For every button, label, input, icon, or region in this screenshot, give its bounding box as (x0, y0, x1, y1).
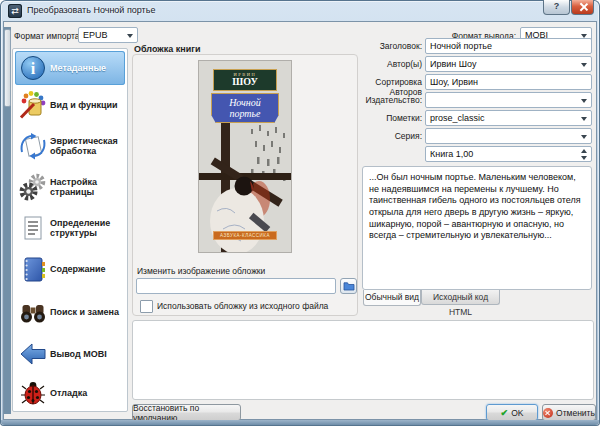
sidebar-item-label: Определение структуры (50, 218, 124, 239)
tab-normal-view[interactable]: Обычный вид (363, 290, 421, 306)
cancel-button[interactable]: Отменить (542, 404, 596, 421)
authors-label: Автор(ы) (350, 59, 422, 69)
sidebar-item-heuristics[interactable]: Эвристическая обработка (15, 125, 125, 167)
author-sort-input[interactable]: Шоу, Ирвин (425, 74, 592, 90)
convert-icon: ⇄ (8, 4, 22, 18)
sidebar-item-label: Отладка (50, 388, 87, 398)
sidebar-item-metadata[interactable]: i Метаданные (15, 51, 125, 85)
use-source-cover-checkbox[interactable] (140, 300, 153, 313)
binoculars-icon (16, 298, 50, 326)
sidebar-item-look-and-feel[interactable]: Вид и функции (15, 85, 125, 125)
series-index-value: Книга 1,00 (430, 149, 473, 159)
title-label: Заголовок: (350, 41, 422, 51)
tags-value: prose_classic (430, 113, 485, 123)
chevron-down-icon (581, 99, 587, 103)
author-sort-value: Шоу, Ирвин (430, 77, 478, 87)
cover-author-plate: ИРВИН ШОУ (213, 69, 277, 91)
notebook-icon (16, 254, 50, 284)
cancel-label: Отменить (556, 408, 595, 418)
close-button[interactable] (571, 0, 594, 15)
chevron-down-icon (127, 34, 133, 38)
gears-icon (16, 173, 50, 201)
svg-text:i: i (31, 60, 36, 77)
title-value: Ночной портье (430, 41, 492, 51)
info-icon: i (16, 55, 50, 81)
category-list: i Метаданные Вид и функции (12, 48, 128, 412)
cover-series-band: АЗБУКА-КЛАССИКА (213, 231, 277, 240)
browse-cover-button[interactable] (340, 278, 357, 294)
window-frame-bottom (1, 420, 599, 425)
ok-button[interactable]: ✔ OK (486, 404, 538, 421)
chevron-down-icon (581, 117, 587, 121)
titlebar[interactable]: ⇄ Преобразовать Ночной портье ? (0, 0, 600, 22)
change-cover-label: Изменить изображение обложки (137, 266, 265, 276)
input-format-value: EPUB (83, 30, 108, 40)
sidebar-item-label: Содержание (50, 264, 105, 274)
series-label: Серия: (350, 131, 422, 141)
left-arrow-icon (16, 339, 50, 369)
window-title: Преобразовать Ночной портье (27, 5, 155, 15)
sidebar-item-mobi-output[interactable]: Вывод MOBI (15, 335, 125, 373)
ok-label: OK (511, 408, 523, 418)
tags-label: Пометки: (350, 113, 422, 123)
sidebar-item-toc[interactable]: Содержание (15, 249, 125, 289)
spinner-arrows-icon[interactable] (580, 148, 589, 161)
series-combo[interactable] (425, 128, 592, 144)
cancel-icon (543, 408, 553, 418)
input-format-label: Формат импорта: (14, 31, 82, 41)
chevron-down-icon (581, 63, 587, 67)
title-input[interactable]: Ночной портье (425, 38, 592, 54)
cover-title-plate: Ночной портье (211, 93, 279, 123)
dialog-body: Формат импорта: EPUB Формат вывода: MOBI… (4, 22, 596, 419)
sidebar-item-label: Поиск и замена (50, 307, 119, 317)
publisher-label: Издательство: (350, 95, 422, 105)
cover-title-line2: портье (212, 108, 278, 119)
paint-bucket-icon (16, 90, 50, 120)
convert-dialog-window: ⇄ Преобразовать Ночной портье ? Формат и… (0, 0, 600, 426)
input-format-combo[interactable]: EPUB (78, 27, 138, 43)
sidebar-item-label: Эвристическая обработка (50, 136, 124, 157)
book-cover-image: ИРВИН ШОУ Ночной портье АЗБУКА-КЛАССИКА (199, 61, 291, 252)
cover-author-last: ШОУ (214, 77, 276, 87)
comments-textarea[interactable]: ...Он был ночным портье. Маленьким челов… (362, 166, 592, 290)
messages-panel (132, 320, 594, 400)
sidebar-item-structure-detection[interactable]: Определение структуры (15, 207, 125, 249)
publisher-combo[interactable] (425, 92, 592, 108)
use-source-cover-label: Использовать обложку из исходного файла (157, 301, 328, 311)
ladybug-icon (16, 379, 50, 407)
sidebar-item-label: Метаданные (50, 63, 106, 73)
book-cover-group: Обложка книги (132, 44, 358, 316)
sidebar-item-label: Настройка страницы (50, 177, 124, 198)
chevron-down-icon (581, 135, 587, 139)
series-index-spinbox[interactable]: Книга 1,00 (425, 146, 592, 162)
sidebar-item-label: Вид и функции (50, 100, 118, 110)
sidebar-item-label: Вывод MOBI (50, 349, 107, 359)
help-button[interactable]: ? (543, 0, 570, 15)
sidebar-item-debug[interactable]: Отладка (15, 373, 125, 412)
close-icon (579, 3, 587, 11)
group-title: Обложка книги (134, 44, 200, 54)
restore-defaults-button[interactable]: Восстановить по умолчанию (132, 404, 241, 421)
check-icon: ✔ (501, 408, 509, 418)
sidebar-scrollbar[interactable] (4, 27, 11, 414)
author-sort-label: Сортировка Авторов (350, 77, 422, 97)
sidebar-item-page-setup[interactable]: Настройка страницы (15, 167, 125, 207)
cover-title-line1: Ночной (212, 97, 278, 108)
tab-html-source[interactable]: Исходный код HTML (421, 290, 500, 305)
scrollbar-thumb[interactable] (4, 29, 11, 107)
authors-value: Ирвин Шоу (430, 59, 476, 69)
page-rotate-icon (16, 131, 50, 161)
cover-path-input[interactable] (136, 278, 336, 294)
tags-combo[interactable]: prose_classic (425, 110, 592, 126)
folder-icon (343, 281, 355, 291)
document-lines-icon (16, 214, 50, 242)
sidebar-item-search-replace[interactable]: Поиск и замена (15, 289, 125, 335)
authors-combo[interactable]: Ирвин Шоу (425, 56, 592, 72)
